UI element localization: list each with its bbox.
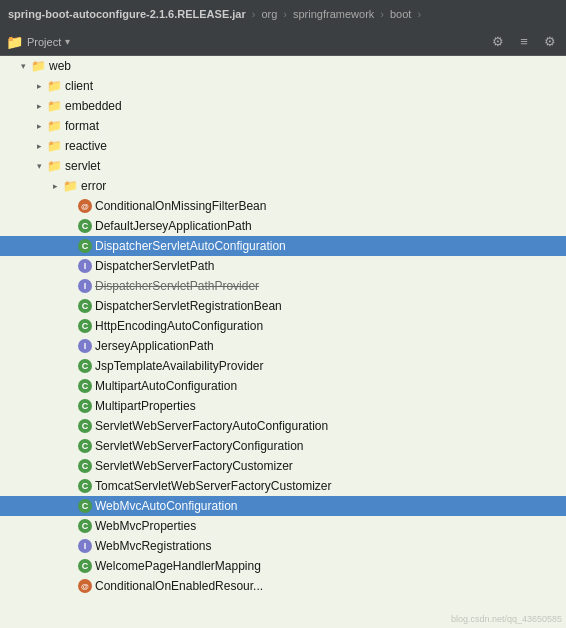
- item-label-ServletWebServerFactoryConfiguration: ServletWebServerFactoryConfiguration: [95, 439, 304, 453]
- item-icon-WelcomePageHandlerMapping: C: [78, 559, 92, 573]
- watermark: blog.csdn.net/qq_43650585: [451, 614, 562, 624]
- tree-item-WebMvcProperties[interactable]: CWebMvcProperties: [0, 516, 566, 536]
- item-icon-WebMvcProperties: C: [78, 519, 92, 533]
- gear-icon[interactable]: ⚙: [540, 32, 560, 52]
- item-label-JerseyApplicationPath: JerseyApplicationPath: [95, 339, 214, 353]
- equalize-icon[interactable]: ≡: [514, 32, 534, 52]
- tree-item-DefaultJerseyApplicationPath[interactable]: CDefaultJerseyApplicationPath: [0, 216, 566, 236]
- tree-item-WelcomePageHandlerMapping[interactable]: CWelcomePageHandlerMapping: [0, 556, 566, 576]
- item-label-DefaultJerseyApplicationPath: DefaultJerseyApplicationPath: [95, 219, 252, 233]
- item-icon-client: 📁: [46, 78, 62, 94]
- tree-item-reactive[interactable]: 📁reactive: [0, 136, 566, 156]
- tree-item-DispatcherServletPath[interactable]: IDispatcherServletPath: [0, 256, 566, 276]
- project-label: Project: [27, 36, 61, 48]
- item-label-DispatcherServletPathProvider: DispatcherServletPathProvider: [95, 279, 259, 293]
- item-label-client: client: [65, 79, 93, 93]
- tree-item-DispatcherServletAutoConfiguration[interactable]: CDispatcherServletAutoConfiguration: [0, 236, 566, 256]
- item-icon-HttpEncodingAutoConfiguration: C: [78, 319, 92, 333]
- item-icon-DispatcherServletPathProvider: I: [78, 279, 92, 293]
- item-icon-web: 📁: [30, 58, 46, 74]
- item-label-WebMvcRegistrations: WebMvcRegistrations: [95, 539, 211, 553]
- tree-arrow-reactive[interactable]: [32, 139, 46, 153]
- item-icon-ConditionalOnMissingFilterBean: @: [78, 199, 92, 213]
- tree-item-JspTemplateAvailabilityProvider[interactable]: CJspTemplateAvailabilityProvider: [0, 356, 566, 376]
- title-bar: spring-boot-autoconfigure-2.1.6.RELEASE.…: [0, 0, 566, 28]
- item-label-WebMvcAutoConfiguration: WebMvcAutoConfiguration: [95, 499, 238, 513]
- tree-item-DispatcherServletRegistrationBean[interactable]: CDispatcherServletRegistrationBean: [0, 296, 566, 316]
- jar-name: spring-boot-autoconfigure-2.1.6.RELEASE.…: [8, 8, 246, 20]
- breadcrumb-sep-4: ›: [417, 8, 421, 20]
- item-icon-MultipartProperties: C: [78, 399, 92, 413]
- item-icon-servlet: 📁: [46, 158, 62, 174]
- tree-item-ServletWebServerFactoryCustomizer[interactable]: CServletWebServerFactoryCustomizer: [0, 456, 566, 476]
- item-icon-ServletWebServerFactoryCustomizer: C: [78, 459, 92, 473]
- item-label-servlet: servlet: [65, 159, 100, 173]
- item-label-web: web: [49, 59, 71, 73]
- item-label-MultipartProperties: MultipartProperties: [95, 399, 196, 413]
- item-label-DispatcherServletRegistrationBean: DispatcherServletRegistrationBean: [95, 299, 282, 313]
- item-icon-ServletWebServerFactoryConfiguration: C: [78, 439, 92, 453]
- item-icon-JerseyApplicationPath: I: [78, 339, 92, 353]
- item-icon-MultipartAutoConfiguration: C: [78, 379, 92, 393]
- tree-item-WebMvcRegistrations[interactable]: IWebMvcRegistrations: [0, 536, 566, 556]
- item-label-format: format: [65, 119, 99, 133]
- tree-arrow-servlet[interactable]: [32, 159, 46, 173]
- item-icon-ConditionalOnEnabledResourceChain: @: [78, 579, 92, 593]
- tree-arrow-client[interactable]: [32, 79, 46, 93]
- tree-item-format[interactable]: 📁format: [0, 116, 566, 136]
- folder-icon: 📁: [6, 34, 23, 50]
- tree-item-MultipartAutoConfiguration[interactable]: CMultipartAutoConfiguration: [0, 376, 566, 396]
- item-label-WelcomePageHandlerMapping: WelcomePageHandlerMapping: [95, 559, 261, 573]
- tree-arrow-format[interactable]: [32, 119, 46, 133]
- item-label-ConditionalOnEnabledResourceChain: ConditionalOnEnabledResour...: [95, 579, 263, 593]
- tree-item-WebMvcAutoConfiguration[interactable]: CWebMvcAutoConfiguration: [0, 496, 566, 516]
- tree-item-ServletWebServerFactoryAutoConfiguration[interactable]: CServletWebServerFactoryAutoConfiguratio…: [0, 416, 566, 436]
- tree-item-DispatcherServletPathProvider[interactable]: IDispatcherServletPathProvider: [0, 276, 566, 296]
- toolbar: 📁 Project ▾ ⚙ ≡ ⚙: [0, 28, 566, 56]
- tree-item-ConditionalOnMissingFilterBean[interactable]: @ConditionalOnMissingFilterBean: [0, 196, 566, 216]
- item-icon-DispatcherServletPath: I: [78, 259, 92, 273]
- item-label-ServletWebServerFactoryCustomizer: ServletWebServerFactoryCustomizer: [95, 459, 293, 473]
- settings-icon[interactable]: ⚙: [488, 32, 508, 52]
- item-icon-error: 📁: [62, 178, 78, 194]
- tree-item-TomcatServletWebServerFactoryCustomizer[interactable]: CTomcatServletWebServerFactoryCustomizer: [0, 476, 566, 496]
- item-icon-format: 📁: [46, 118, 62, 134]
- tree-item-ServletWebServerFactoryConfiguration[interactable]: CServletWebServerFactoryConfiguration: [0, 436, 566, 456]
- breadcrumb-sep-2: ›: [283, 8, 287, 20]
- breadcrumb-sep-1: ›: [252, 8, 256, 20]
- tree-item-embedded[interactable]: 📁embedded: [0, 96, 566, 116]
- item-label-MultipartAutoConfiguration: MultipartAutoConfiguration: [95, 379, 237, 393]
- tree-item-web[interactable]: 📁web: [0, 56, 566, 76]
- item-label-reactive: reactive: [65, 139, 107, 153]
- item-icon-reactive: 📁: [46, 138, 62, 154]
- breadcrumb-springframework: springframework: [293, 8, 374, 20]
- item-label-ConditionalOnMissingFilterBean: ConditionalOnMissingFilterBean: [95, 199, 266, 213]
- breadcrumb-boot: boot: [390, 8, 411, 20]
- item-label-error: error: [81, 179, 106, 193]
- item-label-JspTemplateAvailabilityProvider: JspTemplateAvailabilityProvider: [95, 359, 264, 373]
- tree-item-servlet[interactable]: 📁servlet: [0, 156, 566, 176]
- item-icon-WebMvcRegistrations: I: [78, 539, 92, 553]
- tree-arrow-web[interactable]: [16, 59, 30, 73]
- breadcrumb-org: org: [261, 8, 277, 20]
- tree-item-error[interactable]: 📁error: [0, 176, 566, 196]
- tree-item-ConditionalOnEnabledResourceChain[interactable]: @ConditionalOnEnabledResour...: [0, 576, 566, 596]
- item-label-embedded: embedded: [65, 99, 122, 113]
- tree-arrow-error[interactable]: [48, 179, 62, 193]
- item-icon-WebMvcAutoConfiguration: C: [78, 499, 92, 513]
- item-icon-TomcatServletWebServerFactoryCustomizer: C: [78, 479, 92, 493]
- tree-item-HttpEncodingAutoConfiguration[interactable]: CHttpEncodingAutoConfiguration: [0, 316, 566, 336]
- tree-item-MultipartProperties[interactable]: CMultipartProperties: [0, 396, 566, 416]
- breadcrumb-sep-3: ›: [380, 8, 384, 20]
- dropdown-arrow[interactable]: ▾: [65, 36, 70, 47]
- item-icon-JspTemplateAvailabilityProvider: C: [78, 359, 92, 373]
- tree-arrow-embedded[interactable]: [32, 99, 46, 113]
- item-label-DispatcherServletAutoConfiguration: DispatcherServletAutoConfiguration: [95, 239, 286, 253]
- tree-item-JerseyApplicationPath[interactable]: IJerseyApplicationPath: [0, 336, 566, 356]
- item-icon-DispatcherServletRegistrationBean: C: [78, 299, 92, 313]
- item-label-TomcatServletWebServerFactoryCustomizer: TomcatServletWebServerFactoryCustomizer: [95, 479, 332, 493]
- tree-item-client[interactable]: 📁client: [0, 76, 566, 96]
- item-icon-DefaultJerseyApplicationPath: C: [78, 219, 92, 233]
- item-icon-DispatcherServletAutoConfiguration: C: [78, 239, 92, 253]
- item-icon-embedded: 📁: [46, 98, 62, 114]
